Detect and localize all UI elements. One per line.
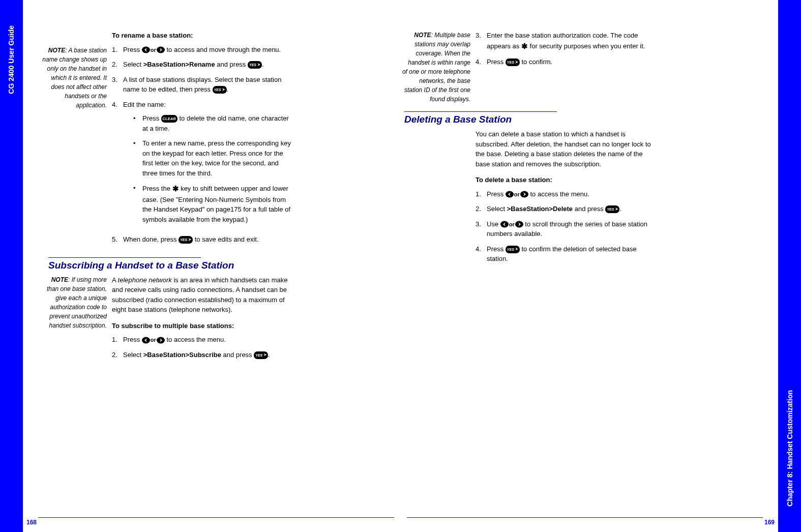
rename-step-1: 1. Press or to access and move through t… <box>112 45 292 55</box>
margin-note-rename: NOTE: A base station name change shows u… <box>38 31 112 110</box>
yes-key-icon: YES <box>254 351 268 359</box>
yes-key-icon: YES <box>506 246 520 253</box>
nav-arrows-icon: or <box>142 336 167 343</box>
nav-arrows-icon: or <box>506 190 530 198</box>
footer-rule-right <box>407 517 763 518</box>
subscribe-step-1: 1. Press or to access the menu. <box>112 335 292 345</box>
left-sidebar-title: CG 2400 User Guide <box>7 25 15 94</box>
page-number-right: 169 <box>764 519 775 526</box>
rename-sub-2: • To enter a new name, press the corresp… <box>123 138 292 178</box>
star-key-icon: ✱ <box>172 184 179 193</box>
right-sidebar: Chapter 8: Handset Customization <box>778 0 801 532</box>
rename-step-5: 5. When done, press YES to save edits an… <box>112 234 292 245</box>
rename-step-2: 2. Select >BaseStation>Rename and press … <box>112 60 292 70</box>
rename-step-3: 3. A list of base stations displays. Sel… <box>112 75 292 95</box>
rename-heading: To rename a base station: <box>112 31 292 41</box>
delete-step-1: 1. Press or to access the menu. <box>476 189 656 199</box>
left-sidebar: CG 2400 User Guide <box>0 0 23 532</box>
subscribe-step-2: 2. Select >BaseStation>Subscribe and pre… <box>112 350 292 360</box>
yes-key-icon: YES <box>179 236 193 244</box>
delete-heading: To delete a base station: <box>476 175 656 185</box>
delete-title: Deleting a Base Station <box>404 114 768 125</box>
nav-arrows-icon: or <box>142 46 167 53</box>
delete-step-3: 3. Use or to scroll through the series o… <box>476 219 656 239</box>
right-sidebar-title: Chapter 8: Handset Customization <box>786 390 794 507</box>
margin-note-subscribe: NOTE: If using more than one base statio… <box>38 275 112 330</box>
rename-sub-1: • Press CLEAR to delete the old name, on… <box>123 113 292 133</box>
rename-step-4: 4. Edit the name: • Press CLEAR to delet… <box>112 100 292 230</box>
subscribe-title: Subscribing a Handset to a Base Station <box>48 260 394 271</box>
delete-step-4: 4. Press YES to confirm the deletion of … <box>476 244 656 264</box>
yes-key-icon: YES <box>506 58 520 66</box>
footer-rule-left <box>38 517 394 518</box>
yes-key-icon: YES <box>605 205 619 213</box>
section-divider <box>404 111 557 112</box>
delete-step-2: 2. Select >BaseStation>Delete and press … <box>476 204 656 214</box>
yes-key-icon: YES <box>248 61 262 69</box>
yes-key-icon: YES <box>213 86 227 94</box>
page-number-left: 168 <box>26 519 37 526</box>
subscribe-heading: To subscribe to multiple base stations: <box>112 321 292 331</box>
delete-para: You can delete a base station to which a… <box>476 129 656 169</box>
left-page: NOTE: A base station name change shows u… <box>38 31 394 365</box>
margin-note-subscribe-cont: NOTE: Multiple base stations may overlap… <box>402 31 476 104</box>
subscribe-step-4: 4. Press YES to confirm. <box>476 57 656 67</box>
subscribe-para: A telephone network is an area in which … <box>112 275 292 315</box>
subscribe-step-3: 3. Enter the base station authorization … <box>476 31 656 52</box>
rename-sub-3: • Press the ✱ key to shift between upper… <box>123 183 292 224</box>
right-page: NOTE: Multiple base stations may overlap… <box>402 31 768 269</box>
nav-arrows-icon: or <box>500 220 525 228</box>
clear-key-icon: CLEAR <box>161 115 177 123</box>
star-key-icon: ✱ <box>521 42 528 50</box>
section-divider <box>48 257 201 258</box>
